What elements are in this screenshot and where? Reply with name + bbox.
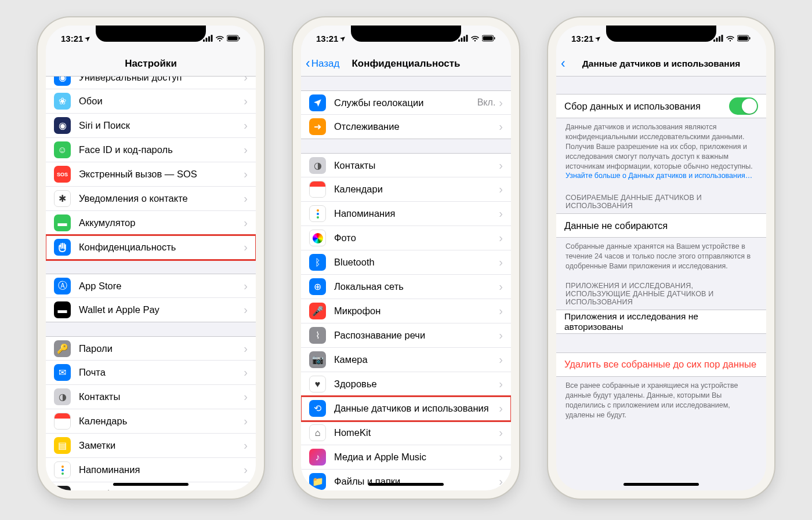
settings-row-sos[interactable]: SOSЭкстренный вызов — SOS› xyxy=(46,162,256,187)
settings-row-contacts[interactable]: ◑Контакты› xyxy=(301,153,511,177)
chevron-right-icon: › xyxy=(244,168,248,181)
settings-row-location[interactable]: Службы геолокацииВкл.› xyxy=(301,90,511,115)
notch xyxy=(351,26,461,42)
settings-row-bluetooth[interactable]: ᛒBluetooth› xyxy=(301,250,511,275)
location-arrow-icon: ➤ xyxy=(339,34,347,43)
cell-label: Приложения и исследования не авторизован… xyxy=(564,311,758,332)
settings-row-mail[interactable]: ✉Почта› xyxy=(46,361,256,385)
chevron-left-icon: ‹ xyxy=(306,57,310,70)
cell-label: Микрофон xyxy=(334,306,499,317)
toggle-row-collect-data[interactable]: Сбор данных и использования xyxy=(556,94,766,118)
settings-row-siri[interactable]: ◉Siri и Поиск› xyxy=(46,114,256,138)
learn-more-link[interactable]: Узнайте больше о Данных датчиков и испол… xyxy=(566,172,752,180)
settings-row-exposure[interactable]: ✱Уведомления о контакте› xyxy=(46,187,256,211)
chevron-right-icon: › xyxy=(244,463,248,477)
camera-icon: 📷 xyxy=(309,351,326,368)
settings-row-wallet[interactable]: ▬Wallet и Apple Pay› xyxy=(46,298,256,322)
faceid-icon: ☺ xyxy=(54,141,71,158)
nav-bar: ‹ Данные датчиков и использования xyxy=(556,51,766,77)
battery-icon: ▬ xyxy=(54,214,71,231)
settings-row-reminders[interactable]: Напоминания› xyxy=(301,202,511,226)
content-scroll[interactable]: Службы геолокацииВкл.›➜Отслеживание›◑Кон… xyxy=(301,77,511,490)
settings-row-passwords[interactable]: 🔑Пароли› xyxy=(46,336,256,361)
toggle-switch[interactable] xyxy=(729,97,758,115)
settings-row-localnet[interactable]: ⊕Локальная сеть› xyxy=(301,275,511,299)
settings-row-reminders[interactable]: Напоминания› xyxy=(46,458,256,482)
calendar-icon xyxy=(54,413,71,430)
cell-label: Контакты xyxy=(79,391,244,402)
cell-label: Напоминания xyxy=(79,464,244,475)
cell-label: Заметки xyxy=(79,440,244,451)
chevron-right-icon: › xyxy=(244,94,248,108)
chevron-right-icon: › xyxy=(244,279,248,293)
wifi-icon xyxy=(470,35,480,42)
settings-row-camera[interactable]: 📷Камера› xyxy=(301,348,511,372)
settings-row-homekit[interactable]: ⌂HomeKit› xyxy=(301,421,511,445)
delete-data-button[interactable]: Удалить все собранные до сих пор данные xyxy=(556,352,766,377)
bluetooth-icon: ᛒ xyxy=(309,254,326,271)
cell-label: Камера xyxy=(334,354,499,365)
settings-row-music[interactable]: ♪Медиа и Apple Music› xyxy=(301,445,511,470)
settings-row-mic[interactable]: 🎤Микрофон› xyxy=(301,299,511,323)
settings-row-calendar[interactable]: Календари› xyxy=(301,177,511,202)
back-button[interactable]: ‹ Назад xyxy=(306,57,339,70)
row-no-data: Данные не собираются xyxy=(556,213,766,238)
settings-row-appstore[interactable]: ⒶApp Store› xyxy=(46,274,256,298)
cell-label: Сбор данных и использования xyxy=(564,101,729,112)
phone-frame-2: 13:21 ➤ ‹ Назад Конфиденциальность Служб… xyxy=(293,17,519,499)
settings-row-research[interactable]: ⟲Данные датчиков и использования› xyxy=(301,397,511,421)
chevron-right-icon: › xyxy=(244,216,248,230)
home-indicator[interactable] xyxy=(624,483,699,486)
cell-label: Удалить все собранные до сих пор данные xyxy=(564,359,758,370)
footer-text: Данные датчиков и использования являются… xyxy=(556,118,766,181)
speech-icon: ⌇ xyxy=(309,327,326,344)
settings-row-battery[interactable]: ▬Аккумулятор› xyxy=(46,211,256,235)
settings-row-notes[interactable]: ▤Заметки› xyxy=(46,434,256,458)
section-header: ПРИЛОЖЕНИЯ И ИССЛЕДОВАНИЯ, ИСПОЛЬЗУЮЩИЕ … xyxy=(556,282,766,310)
cell-label: Календарь xyxy=(79,416,244,427)
cell-label: Face ID и код-пароль xyxy=(79,144,244,155)
chevron-right-icon: › xyxy=(244,303,248,317)
cell-label: Bluetooth xyxy=(334,257,499,268)
notes-icon: ▤ xyxy=(54,437,71,454)
phone-screen-2: 13:21 ➤ ‹ Назад Конфиденциальность Служб… xyxy=(301,26,511,490)
settings-row-wallpaper[interactable]: ❀Обои› xyxy=(46,89,256,114)
chevron-left-icon: ‹ xyxy=(561,57,566,70)
photos-icon xyxy=(309,230,326,246)
chevron-right-icon: › xyxy=(244,119,248,132)
settings-row-calendar[interactable]: Календарь› xyxy=(46,409,256,434)
settings-row-health[interactable]: ♥Здоровье› xyxy=(301,372,511,397)
cell-label: Распознавание речи xyxy=(334,330,499,341)
cell-label: App Store xyxy=(79,281,244,292)
chevron-right-icon: › xyxy=(499,426,503,439)
settings-row-accessibility[interactable]: ◉Универсальный доступ› xyxy=(46,77,256,89)
content-scroll[interactable]: ◉Универсальный доступ›❀Обои›◉Siri и Поис… xyxy=(46,77,256,490)
status-time: 13:21 xyxy=(316,34,338,43)
cell-label: Уведомления о контакте xyxy=(79,193,244,204)
back-button[interactable]: ‹ xyxy=(561,57,566,70)
settings-row-photos[interactable]: Фото› xyxy=(301,226,511,250)
settings-row-faceid[interactable]: ☺Face ID и код-пароль› xyxy=(46,138,256,162)
chevron-right-icon: › xyxy=(499,183,503,196)
settings-row-contacts[interactable]: ◑Контакты› xyxy=(46,385,256,409)
status-time: 13:21 xyxy=(61,34,83,43)
cell-label: Календари xyxy=(334,184,499,195)
research-icon: ⟲ xyxy=(309,400,326,417)
content-scroll[interactable]: Сбор данных и использования Данные датчи… xyxy=(556,77,766,490)
cell-label: Wallet и Apple Pay xyxy=(79,304,244,315)
chevron-right-icon: › xyxy=(499,159,503,172)
notch xyxy=(96,26,206,42)
chevron-right-icon: › xyxy=(499,329,503,342)
files-icon: 📁 xyxy=(309,473,326,490)
settings-row-tracking[interactable]: ➜Отслеживание› xyxy=(301,115,511,139)
cell-label: Локальная сеть xyxy=(334,281,499,292)
cell-label: Отслеживание xyxy=(334,121,499,132)
home-indicator[interactable] xyxy=(368,483,444,486)
home-indicator[interactable] xyxy=(113,483,188,486)
settings-row-privacy[interactable]: Конфиденциальность› xyxy=(46,235,256,260)
settings-row-files[interactable]: 📁Файлы и папки› xyxy=(301,470,511,490)
health-icon: ♥ xyxy=(309,376,326,392)
settings-row-speech[interactable]: ⌇Распознавание речи› xyxy=(301,323,511,348)
cell-label: Напоминания xyxy=(334,208,499,219)
chevron-right-icon: › xyxy=(499,450,503,464)
